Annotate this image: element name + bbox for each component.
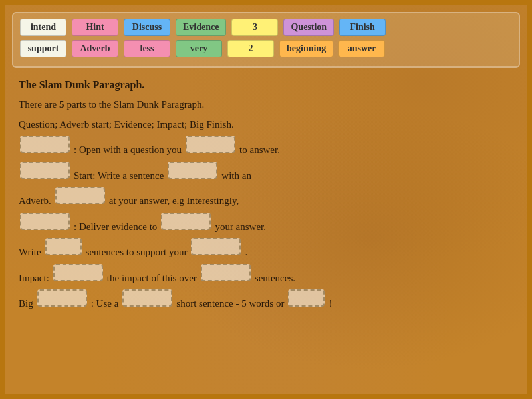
tiles-area: intend Hint Discuss Evidence 3 Question … bbox=[12, 12, 520, 68]
drop-box-6b[interactable] bbox=[201, 264, 251, 281]
corkboard: intend Hint Discuss Evidence 3 Question … bbox=[5, 5, 527, 394]
tile-row-1: intend Hint Discuss Evidence 3 Question … bbox=[20, 19, 512, 36]
sentence-line-5: Write sentences to support your . bbox=[19, 238, 513, 261]
sentence-line-1: : Open with a question you to answer. bbox=[19, 136, 513, 159]
sentence-line-7: Big : Use a short sentence - 5 words or … bbox=[19, 289, 513, 313]
drop-box-5a[interactable] bbox=[45, 238, 82, 255]
content-area: The Slam Dunk Paragraph. There are 5 par… bbox=[12, 76, 520, 313]
drop-box-7b[interactable] bbox=[122, 289, 172, 307]
drop-box-6a[interactable] bbox=[53, 264, 103, 281]
drop-box-5b[interactable] bbox=[191, 238, 241, 255]
tile-answer[interactable]: answer bbox=[338, 40, 385, 57]
tile-question[interactable]: Question bbox=[283, 19, 334, 36]
drop-box-1b[interactable] bbox=[186, 136, 235, 153]
tile-hint[interactable]: Hint bbox=[72, 19, 118, 36]
tile-evidence[interactable]: Evidence bbox=[176, 19, 226, 36]
drop-box-2b[interactable] bbox=[168, 162, 217, 179]
tile-3[interactable]: 3 bbox=[231, 19, 278, 36]
drop-box-4a[interactable] bbox=[20, 213, 70, 230]
tile-very[interactable]: very bbox=[176, 40, 222, 57]
tile-row-2: support Adverb less very 2 beginning ans… bbox=[20, 40, 512, 57]
sentence-line-4: : Deliver evidence to your answer. bbox=[19, 213, 513, 236]
sentence-line-2: Start: Write a sentence with an bbox=[19, 162, 513, 185]
parts-line: Question; Adverb start; Evidence; Impact… bbox=[19, 116, 513, 134]
tile-beginning[interactable]: beginning bbox=[279, 40, 333, 57]
tile-discuss[interactable]: Discuss bbox=[124, 19, 170, 36]
drop-box-2a[interactable] bbox=[20, 162, 70, 179]
drop-box-7c[interactable] bbox=[288, 289, 325, 307]
tile-adverb[interactable]: Adverb bbox=[72, 40, 118, 57]
drop-box-7a[interactable] bbox=[37, 289, 87, 307]
drop-box-4b[interactable] bbox=[161, 213, 211, 230]
tile-2[interactable]: 2 bbox=[227, 40, 274, 57]
tile-support[interactable]: support bbox=[20, 40, 66, 57]
tile-less[interactable]: less bbox=[124, 40, 170, 57]
drop-box-3a[interactable] bbox=[55, 187, 105, 204]
subtitle-line: There are 5 parts to the Slam Dunk Parag… bbox=[19, 96, 513, 114]
sentence-line-3: Adverb. at your answer, e.g Interestingl… bbox=[19, 187, 513, 210]
sentence-line-6: Impact: the impact of this over sentence… bbox=[19, 264, 513, 287]
tile-intend[interactable]: intend bbox=[20, 19, 66, 36]
tile-finish[interactable]: Finish bbox=[339, 19, 386, 36]
main-title: The Slam Dunk Paragraph. bbox=[19, 76, 513, 94]
drop-box-1a[interactable] bbox=[20, 136, 70, 153]
